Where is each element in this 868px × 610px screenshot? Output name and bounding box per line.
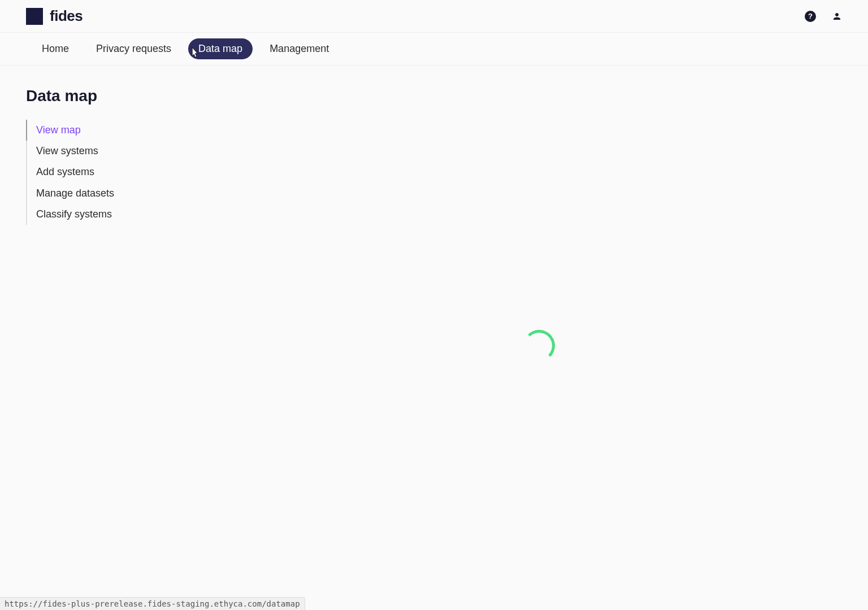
logo-mark (26, 8, 43, 25)
help-icon[interactable]: ? (805, 11, 816, 22)
sidebar-item-manage-datasets[interactable]: Manage datasets (27, 183, 162, 204)
sidebar-item-add-systems[interactable]: Add systems (27, 162, 162, 182)
nav-privacy-requests[interactable]: Privacy requests (86, 38, 181, 59)
main-content (162, 87, 842, 482)
loading-spinner (523, 330, 555, 361)
logo-text: fides (50, 7, 83, 25)
sidebar: Data map View map View systems Add syste… (26, 87, 162, 482)
nav-data-map[interactable]: Data map (188, 38, 253, 59)
header-actions: ? (805, 11, 842, 22)
nav-management[interactable]: Management (259, 38, 339, 59)
user-icon[interactable] (832, 11, 842, 21)
sidebar-item-classify-systems[interactable]: Classify systems (27, 204, 162, 225)
content-area: Data map View map View systems Add syste… (0, 66, 868, 504)
logo[interactable]: fides (26, 7, 83, 25)
nav-home[interactable]: Home (32, 38, 79, 59)
main-nav: Home Privacy requests Data map Managemen… (0, 33, 868, 66)
app-header: fides ? (0, 0, 868, 33)
status-bar-url: https://fides-plus-prerelease.fides-stag… (0, 597, 305, 610)
sidebar-item-view-systems[interactable]: View systems (27, 141, 162, 162)
sidebar-item-view-map[interactable]: View map (27, 120, 162, 141)
page-title: Data map (26, 87, 162, 105)
sidebar-nav: View map View systems Add systems Manage… (26, 120, 162, 225)
